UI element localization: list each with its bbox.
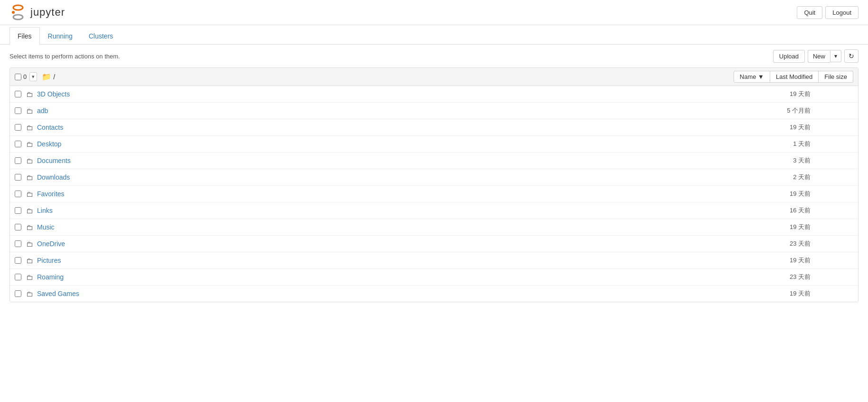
svg-point-2 [12, 11, 15, 14]
file-modified: 2 天前 [739, 173, 815, 182]
row-checkbox[interactable] [15, 290, 21, 297]
upload-button[interactable]: Upload [773, 50, 805, 63]
sort-size-button[interactable]: File size [819, 71, 853, 83]
select-dropdown-button[interactable]: ▾ [29, 72, 37, 81]
file-name-link[interactable]: Favorites [37, 190, 739, 198]
folder-icon: 🗀 [26, 257, 33, 265]
file-list-container: 0 ▾ 📁 / Name ▼ Last Modified File size 🗀… [9, 67, 859, 302]
tab-running[interactable]: Running [40, 27, 81, 45]
file-modified: 19 天前 [739, 289, 815, 298]
file-modified: 16 天前 [739, 206, 815, 215]
logo-area: jupyter [9, 4, 65, 21]
table-row: 🗀 Links 16 天前 [10, 202, 858, 219]
logo-text: jupyter [30, 6, 65, 19]
new-dropdown-caret[interactable]: ▾ [830, 50, 841, 62]
tab-clusters[interactable]: Clusters [81, 27, 121, 45]
file-name-link[interactable]: Documents [37, 157, 739, 164]
file-modified: 19 天前 [739, 90, 815, 98]
tabs-bar: Files Running Clusters [0, 27, 868, 45]
row-checkbox[interactable] [15, 141, 21, 147]
file-modified: 19 天前 [739, 256, 815, 265]
tab-files[interactable]: Files [9, 27, 40, 45]
folder-icon: 🗀 [26, 223, 33, 231]
selected-count: 0 [23, 73, 27, 80]
file-name-link[interactable]: 3D Objects [37, 90, 739, 98]
folder-icon: 📁 [42, 72, 51, 81]
table-row: 🗀 Downloads 2 天前 [10, 169, 858, 186]
jupyter-logo-icon [9, 4, 27, 21]
file-modified: 19 天前 [739, 123, 815, 132]
row-checkbox[interactable] [15, 174, 21, 181]
folder-icon: 🗀 [26, 140, 33, 148]
file-modified: 3 天前 [739, 156, 815, 165]
file-modified: 19 天前 [739, 223, 815, 231]
file-modified: 19 天前 [739, 190, 815, 198]
header-check-area: 0 ▾ [15, 72, 37, 81]
row-checkbox[interactable] [15, 191, 21, 197]
table-row: 🗀 adb 5 个月前 [10, 103, 858, 119]
row-checkbox[interactable] [15, 157, 21, 164]
new-button-group: New ▾ [808, 50, 841, 63]
select-hint: Select items to perform actions on them. [9, 53, 120, 60]
table-row: 🗀 Music 19 天前 [10, 219, 858, 236]
file-name-link[interactable]: Contacts [37, 124, 739, 131]
path-breadcrumb: 📁 / [42, 72, 734, 81]
table-row: 🗀 Favorites 19 天前 [10, 186, 858, 202]
file-name-link[interactable]: adb [37, 107, 739, 115]
folder-icon: 🗀 [26, 124, 33, 132]
sort-name-button[interactable]: Name ▼ [734, 71, 770, 83]
row-checkbox[interactable] [15, 124, 21, 131]
row-checkbox[interactable] [15, 107, 21, 114]
sort-modified-button[interactable]: Last Modified [770, 71, 819, 83]
table-row: 🗀 3D Objects 19 天前 [10, 86, 858, 103]
folder-icon: 🗀 [26, 173, 33, 182]
file-name-link[interactable]: Saved Games [37, 290, 739, 297]
file-name-link[interactable]: Roaming [37, 273, 739, 281]
table-row: 🗀 Desktop 1 天前 [10, 136, 858, 153]
table-row: 🗀 Documents 3 天前 [10, 153, 858, 169]
toolbar-right: Upload New ▾ ↻ [773, 49, 859, 63]
file-rows: 🗀 3D Objects 19 天前 🗀 adb 5 个月前 🗀 Contact… [10, 86, 858, 302]
svg-point-0 [13, 5, 23, 10]
table-row: 🗀 Roaming 23 天前 [10, 269, 858, 286]
file-name-link[interactable]: Music [37, 223, 739, 231]
row-checkbox[interactable] [15, 224, 21, 230]
file-name-link[interactable]: OneDrive [37, 240, 739, 248]
row-checkbox[interactable] [15, 257, 21, 264]
header: jupyter Quit Logout [0, 0, 868, 25]
table-row: 🗀 Saved Games 19 天前 [10, 286, 858, 302]
current-path: / [53, 73, 55, 81]
new-button[interactable]: New [808, 50, 830, 63]
folder-icon: 🗀 [26, 90, 33, 98]
toolbar: Select items to perform actions on them.… [0, 45, 868, 67]
folder-icon: 🗀 [26, 240, 33, 248]
folder-icon: 🗀 [26, 273, 33, 281]
row-checkbox[interactable] [15, 207, 21, 214]
table-row: 🗀 OneDrive 23 天前 [10, 236, 858, 252]
row-checkbox[interactable] [15, 240, 21, 247]
folder-icon: 🗀 [26, 207, 33, 215]
folder-icon: 🗀 [26, 190, 33, 198]
row-checkbox[interactable] [15, 91, 21, 97]
file-modified: 1 天前 [739, 140, 815, 148]
folder-icon: 🗀 [26, 290, 33, 298]
folder-icon: 🗀 [26, 157, 33, 165]
quit-button[interactable]: Quit [797, 6, 822, 19]
row-checkbox[interactable] [15, 274, 21, 280]
column-sort-buttons: Name ▼ Last Modified File size [734, 71, 853, 83]
svg-point-1 [13, 15, 23, 19]
file-name-link[interactable]: Pictures [37, 257, 739, 264]
table-row: 🗀 Pictures 19 天前 [10, 252, 858, 269]
refresh-button[interactable]: ↻ [844, 49, 859, 63]
file-name-link[interactable]: Desktop [37, 140, 739, 148]
table-row: 🗀 Contacts 19 天前 [10, 119, 858, 136]
select-all-checkbox[interactable] [15, 74, 21, 80]
folder-icon: 🗀 [26, 107, 33, 115]
file-modified: 23 天前 [739, 239, 815, 248]
file-name-link[interactable]: Downloads [37, 173, 739, 181]
file-name-link[interactable]: Links [37, 207, 739, 214]
header-buttons: Quit Logout [797, 6, 859, 19]
logout-button[interactable]: Logout [825, 6, 859, 19]
file-modified: 23 天前 [739, 273, 815, 281]
column-header-row: 0 ▾ 📁 / Name ▼ Last Modified File size [10, 68, 858, 86]
